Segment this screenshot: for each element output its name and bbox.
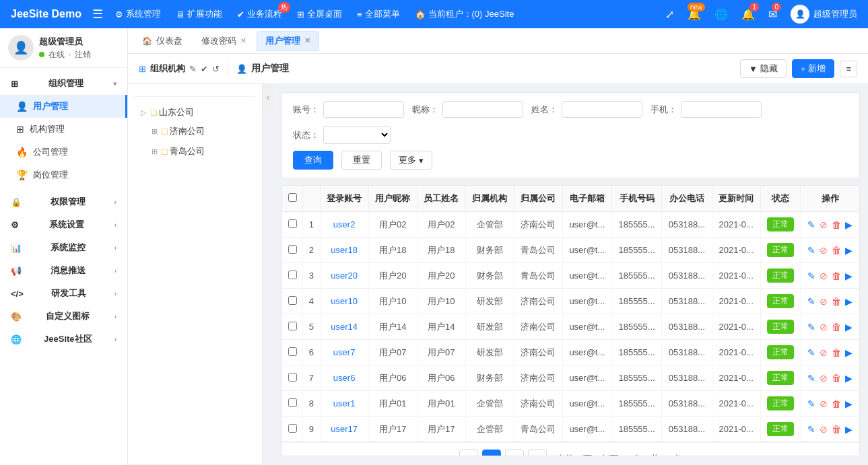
row-select-checkbox[interactable] <box>288 347 297 356</box>
nav-tenant[interactable]: 🏠 当前租户：(0) JeeSite <box>408 0 521 28</box>
edit-icon[interactable]: ✎ <box>807 347 815 358</box>
edit-icon[interactable]: ✎ <box>807 219 815 230</box>
disable-icon[interactable]: ⊘ <box>820 271 828 281</box>
tree-node-jinan-row[interactable]: ⊞ □ 济南公司 <box>145 122 255 140</box>
sidebar-item-position-management[interactable]: 🏆 岗位管理 <box>0 164 127 186</box>
refresh-org-icon[interactable]: ↺ <box>212 64 220 74</box>
next-page-btn[interactable]: › <box>528 450 547 456</box>
mail-btn[interactable]: ✉ 0 <box>763 0 782 28</box>
action-more-icon[interactable]: ▶ <box>845 398 853 409</box>
more-options-button[interactable]: ≡ <box>840 61 857 77</box>
row-select-checkbox[interactable] <box>288 245 297 254</box>
user-profile-nav[interactable]: 👤 超级管理员 <box>785 5 863 24</box>
sidebar-group-settings[interactable]: ⚙ 系统设置 › <box>0 213 127 236</box>
edit-org-icon[interactable]: ✎ <box>189 64 197 74</box>
delete-icon[interactable]: 🗑 <box>832 398 841 409</box>
delete-icon[interactable]: 🗑 <box>832 424 841 435</box>
sidebar-group-permission[interactable]: 🔒 权限管理 › <box>0 190 127 213</box>
account-link[interactable]: user7 <box>333 347 356 357</box>
nav-extensions[interactable]: 🖥 扩展功能 <box>169 0 229 28</box>
delete-icon[interactable]: 🗑 <box>832 373 841 384</box>
delete-icon[interactable]: 🗑 <box>832 347 841 358</box>
action-more-icon[interactable]: ▶ <box>845 245 853 256</box>
row-select-checkbox[interactable] <box>288 296 297 305</box>
menu-toggle-icon[interactable]: ☰ <box>88 7 107 22</box>
account-link[interactable]: user14 <box>331 322 358 332</box>
disable-icon[interactable]: ⊘ <box>820 424 828 435</box>
edit-icon[interactable]: ✎ <box>807 322 815 332</box>
delete-icon[interactable]: 🗑 <box>832 245 841 256</box>
delete-icon[interactable]: 🗑 <box>832 296 841 307</box>
tab-change-password[interactable]: 修改密码 ✕ <box>193 31 255 51</box>
phone-input[interactable] <box>681 101 762 118</box>
account-link[interactable]: user18 <box>331 245 358 255</box>
sidebar-item-company-management[interactable]: 🔥 公司管理 <box>0 141 127 164</box>
row-select-checkbox[interactable] <box>288 271 297 279</box>
disable-icon[interactable]: ⊘ <box>820 373 828 384</box>
account-link[interactable]: user1 <box>333 398 356 408</box>
row-select-checkbox[interactable] <box>288 398 297 407</box>
check-org-icon[interactable]: ✔ <box>201 64 208 74</box>
tab-user-management-close[interactable]: ✕ <box>304 36 310 45</box>
sidebar-group-monitor[interactable]: 📊 系统监控 › <box>0 236 127 259</box>
sidebar-item-org-management[interactable]: ⊞ 机构管理 <box>0 118 127 141</box>
hide-button[interactable]: ▼ 隐藏 <box>740 59 787 78</box>
disable-icon[interactable]: ⊘ <box>820 219 828 230</box>
nav-system-mgmt[interactable]: ⚙ 系统管理 <box>108 0 168 28</box>
sidebar-group-devtools[interactable]: </> 研发工具 › <box>0 282 127 305</box>
disable-icon[interactable]: ⊘ <box>820 296 828 307</box>
account-link[interactable]: user20 <box>331 271 358 281</box>
account-link[interactable]: user2 <box>333 219 356 229</box>
more-search-button[interactable]: 更多 ▾ <box>390 151 432 170</box>
nav-fullscreen[interactable]: ⊞ 全屏桌面 <box>290 0 349 28</box>
edit-icon[interactable]: ✎ <box>807 424 815 435</box>
add-user-button[interactable]: + 新增 <box>792 59 835 78</box>
tab-change-password-close[interactable]: ✕ <box>240 36 246 45</box>
page-btn-1[interactable]: 1 <box>482 450 501 456</box>
logout-link[interactable]: 注销 <box>75 49 91 61</box>
edit-icon[interactable]: ✎ <box>807 245 815 256</box>
disable-icon[interactable]: ⊘ <box>820 398 828 409</box>
reset-button[interactable]: 重置 <box>341 151 382 170</box>
tree-expand-shandong[interactable]: ▷ <box>139 108 148 117</box>
notification-btn[interactable]: 🔔 new <box>682 0 706 28</box>
tab-dashboard[interactable]: 🏠 仪表盘 <box>133 31 191 51</box>
tree-node-shandong-row[interactable]: ▷ □ 山东公司 <box>135 104 255 121</box>
sidebar-group-org-title[interactable]: ⊞ 组织管理 ▾ <box>0 72 127 95</box>
edit-icon[interactable]: ✎ <box>807 296 815 307</box>
account-link[interactable]: user10 <box>331 296 358 306</box>
globe-btn[interactable]: 🌐 <box>709 0 733 28</box>
action-more-icon[interactable]: ▶ <box>845 424 853 435</box>
tree-expand-jinan[interactable]: ⊞ <box>149 127 159 136</box>
nav-all-menus[interactable]: ≡ 全部菜单 <box>350 0 407 28</box>
row-select-checkbox[interactable] <box>288 424 297 433</box>
delete-icon[interactable]: 🗑 <box>832 322 841 332</box>
prev-page-btn[interactable]: ‹ <box>459 450 478 456</box>
delete-icon[interactable]: 🗑 <box>832 219 841 230</box>
disable-icon[interactable]: ⊘ <box>820 245 828 256</box>
name-input[interactable] <box>562 101 642 118</box>
sidebar-group-custom-icons[interactable]: 🎨 自定义图标 › <box>0 305 127 328</box>
maximize-btn[interactable]: ⤢ <box>660 0 679 28</box>
disable-icon[interactable]: ⊘ <box>820 322 828 332</box>
nav-workflow[interactable]: ✔ 业务流程 热 <box>230 0 289 28</box>
action-more-icon[interactable]: ▶ <box>845 271 853 281</box>
sidebar-group-message[interactable]: 📢 消息推送 › <box>0 259 127 282</box>
select-all-checkbox[interactable] <box>288 193 297 202</box>
edit-icon[interactable]: ✎ <box>807 373 815 384</box>
sidebar-group-community[interactable]: 🌐 JeeSite社区 › <box>0 328 127 351</box>
row-select-checkbox[interactable] <box>288 322 297 330</box>
edit-icon[interactable]: ✎ <box>807 271 815 281</box>
tree-node-qingdao-row[interactable]: ⊞ □ 青岛公司 <box>145 143 255 160</box>
query-button[interactable]: 查询 <box>293 151 333 170</box>
delete-icon[interactable]: 🗑 <box>832 271 841 281</box>
action-more-icon[interactable]: ▶ <box>845 347 853 358</box>
nickname-input[interactable] <box>442 101 523 118</box>
edit-icon[interactable]: ✎ <box>807 398 815 409</box>
row-select-checkbox[interactable] <box>288 219 297 228</box>
disable-icon[interactable]: ⊘ <box>820 347 828 358</box>
action-more-icon[interactable]: ▶ <box>845 219 853 230</box>
tab-user-management[interactable]: 用户管理 ✕ <box>257 31 319 51</box>
action-more-icon[interactable]: ▶ <box>845 322 853 332</box>
account-input[interactable] <box>323 101 404 118</box>
